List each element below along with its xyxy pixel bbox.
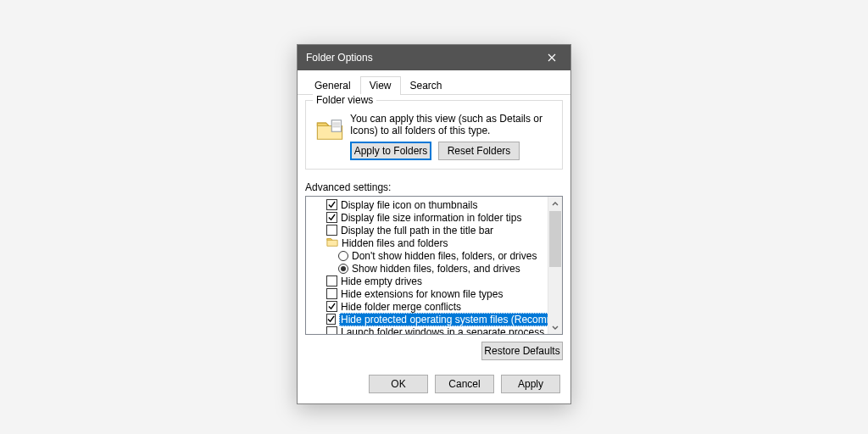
tree-item-label: Don't show hidden files, folders, or dri… [352, 250, 537, 262]
folder-views-title: Folder views [313, 94, 376, 106]
tab-row: General View Search [298, 70, 570, 95]
tree-item-label: Hidden files and folders [342, 237, 448, 249]
ok-button[interactable]: OK [369, 375, 428, 393]
tree-item-label: Launch folder windows in a separate proc… [341, 326, 544, 335]
checkbox[interactable] [326, 225, 337, 236]
checkbox[interactable] [326, 275, 337, 287]
folder-views-description: You can apply this view (such as Details… [350, 113, 554, 136]
titlebar: Folder Options [298, 45, 570, 70]
dialog-button-row: OK Cancel Apply [298, 368, 570, 403]
tree-item-label: Hide extensions for known file types [341, 288, 503, 300]
view-panel: Folder views You can apply this view (su… [298, 95, 570, 368]
tree-item[interactable]: Display the full path in the title bar [306, 224, 548, 236]
close-icon [548, 53, 556, 62]
chevron-down-icon [552, 324, 559, 331]
tree-item-label: Display the full path in the title bar [341, 225, 493, 236]
tab-search[interactable]: Search [401, 76, 452, 95]
reset-folders-button[interactable]: Reset Folders [438, 142, 520, 160]
tree-item[interactable]: Hide folder merge conflicts [306, 300, 548, 313]
tree-item[interactable]: Display file icon on thumbnails [306, 198, 548, 211]
scroll-up-button[interactable] [548, 197, 562, 211]
tree-item[interactable]: Hide extensions for known file types [306, 287, 548, 300]
tree-item-label: Hide folder merge conflicts [341, 301, 461, 313]
tree-item-label: Hide protected operating system files (R… [339, 313, 548, 326]
radio[interactable] [338, 251, 348, 261]
checkbox[interactable] [326, 326, 337, 334]
chevron-up-icon [552, 201, 559, 208]
close-button[interactable] [532, 45, 570, 70]
checkbox[interactable] [326, 212, 337, 223]
scroll-track[interactable] [548, 211, 562, 320]
tree-item-label: Display file size information in folder … [341, 212, 521, 224]
tree-item[interactable]: Launch folder windows in a separate proc… [306, 326, 548, 334]
tree-item[interactable]: Don't show hidden files, folders, or dri… [306, 249, 548, 262]
tree-item[interactable]: Show hidden files, folders, and drives [306, 262, 548, 275]
vertical-scrollbar[interactable] [548, 197, 562, 334]
tree-item[interactable]: Hide empty drives [306, 275, 548, 287]
tree-item[interactable]: Hidden files and folders [306, 236, 548, 249]
dialog-title: Folder Options [306, 52, 532, 64]
apply-to-folders-button[interactable]: Apply to Folders [350, 142, 431, 160]
folder-icon [314, 114, 345, 145]
svg-rect-0 [331, 120, 341, 132]
tree-item-label: Show hidden files, folders, and drives [352, 263, 520, 275]
scroll-thumb[interactable] [549, 211, 561, 267]
tree-item-label: Display file icon on thumbnails [341, 199, 477, 211]
advanced-settings-label: Advanced settings: [305, 181, 563, 193]
folder-views-group: Folder views You can apply this view (su… [305, 100, 563, 170]
scroll-down-button[interactable] [548, 320, 562, 334]
checkbox[interactable] [326, 288, 337, 299]
radio[interactable] [338, 264, 348, 274]
apply-button[interactable]: Apply [501, 375, 560, 393]
folder-options-dialog: Folder Options General View Search Folde… [297, 44, 571, 404]
tab-general[interactable]: General [305, 76, 360, 95]
restore-defaults-button[interactable]: Restore Defaults [481, 342, 563, 360]
tree-item-label: Hide empty drives [341, 275, 422, 287]
folder-icon [326, 236, 338, 250]
checkbox[interactable] [326, 314, 336, 325]
advanced-settings-tree[interactable]: Display file icon on thumbnailsDisplay f… [305, 196, 563, 335]
tree-item[interactable]: Hide protected operating system files (R… [306, 313, 548, 326]
tab-view[interactable]: View [360, 76, 401, 95]
folder-views-icon [314, 113, 350, 160]
checkbox[interactable] [326, 199, 337, 210]
cancel-button[interactable]: Cancel [435, 375, 494, 393]
tree-item[interactable]: Display file size information in folder … [306, 211, 548, 224]
checkbox[interactable] [326, 301, 337, 312]
